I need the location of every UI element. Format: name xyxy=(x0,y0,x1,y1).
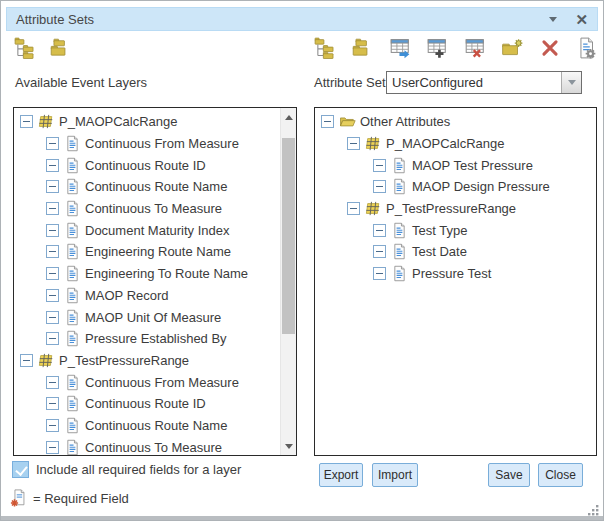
doc-icon xyxy=(391,265,408,282)
collapse-toggle-icon[interactable] xyxy=(46,289,59,302)
tree-item-document-maturity-index[interactable]: Document Maturity Index xyxy=(14,219,280,241)
close-icon[interactable]: ✕ xyxy=(575,12,588,27)
table-delete-icon[interactable] xyxy=(464,37,486,59)
doc-icon xyxy=(64,157,81,174)
tree-item-continuous-to-measure[interactable]: Continuous To Measure xyxy=(14,198,280,220)
import-button[interactable]: Import xyxy=(372,463,418,487)
tree-item-label: Test Date xyxy=(412,244,467,259)
tree-item-label: Continuous From Measure xyxy=(85,136,239,151)
collapse-toggle-icon[interactable] xyxy=(46,419,59,432)
collapse-toggle-icon[interactable] xyxy=(46,267,59,280)
collapse-toggle-icon[interactable] xyxy=(373,224,386,237)
doc-icon xyxy=(64,265,81,282)
scroll-up-icon[interactable] xyxy=(281,109,296,125)
attribute-set-dropdown[interactable]: UserConfigured xyxy=(386,71,582,94)
collapse-toggle-icon[interactable] xyxy=(20,115,33,128)
red-x-icon[interactable] xyxy=(539,37,561,59)
doc-icon xyxy=(64,135,81,152)
collapse-toggle-icon[interactable] xyxy=(46,332,59,345)
collapse-toggle-icon[interactable] xyxy=(20,354,33,367)
chevron-down-icon[interactable] xyxy=(547,13,559,25)
collapse-toggle-icon[interactable] xyxy=(373,180,386,193)
collapse-toggle-icon[interactable] xyxy=(347,202,360,215)
table-export-icon[interactable] xyxy=(389,37,411,59)
collapse-toggle-icon[interactable] xyxy=(46,441,59,454)
tree-item-maop-test-pressure[interactable]: MAOP Test Pressure xyxy=(315,154,596,176)
tree-item-maop-record[interactable]: MAOP Record xyxy=(14,285,280,307)
tree-item-test-date[interactable]: Test Date xyxy=(315,241,596,263)
tree-item-test-type[interactable]: Test Type xyxy=(315,219,596,241)
doc-icon xyxy=(64,395,81,412)
tree-item-maop-design-pressure[interactable]: MAOP Design Pressure xyxy=(315,176,596,198)
tree-item-p-testpressurerange[interactable]: P_TestPressureRange xyxy=(315,198,596,220)
tree-item-continuous-from-measure[interactable]: Continuous From Measure xyxy=(14,371,280,393)
tree-item-pressure-test[interactable]: Pressure Test xyxy=(315,263,596,285)
tree-item-engineering-route-name[interactable]: Engineering Route Name xyxy=(14,241,280,263)
tree-item-continuous-route-name[interactable]: Continuous Route Name xyxy=(14,176,280,198)
close-button[interactable]: Close xyxy=(538,463,583,487)
collapse-toggle-icon[interactable] xyxy=(46,311,59,324)
available-layers-tree-panel: P_MAOPCalcRangeContinuous From MeasureCo… xyxy=(13,107,297,456)
tree-item-label: Continuous To Measure xyxy=(85,201,222,216)
tree-item-maop-unit-of-measure[interactable]: MAOP Unit Of Measure xyxy=(14,306,280,328)
doc-icon xyxy=(64,309,81,326)
doc-icon xyxy=(391,157,408,174)
toolbar-right xyxy=(314,37,598,59)
collapse-toggle-icon[interactable] xyxy=(46,137,59,150)
folders-icon[interactable] xyxy=(49,37,71,59)
save-button[interactable]: Save xyxy=(488,463,530,487)
legend-label: = Required Field xyxy=(33,491,129,506)
collapse-toggle-icon[interactable] xyxy=(46,224,59,237)
tree-item-continuous-route-name[interactable]: Continuous Route Name xyxy=(14,415,280,437)
tree-item-p-testpressurerange[interactable]: P_TestPressureRange xyxy=(14,350,280,372)
tree-folders-icon[interactable] xyxy=(314,37,336,59)
tree-item-label: Pressure Established By xyxy=(85,331,227,346)
collapse-toggle-icon[interactable] xyxy=(373,267,386,280)
tree-item-continuous-from-measure[interactable]: Continuous From Measure xyxy=(14,133,280,155)
required-field-legend: = Required Field xyxy=(10,488,129,508)
window-bottom-edge xyxy=(1,516,603,520)
tree-item-pressure-established-by[interactable]: Pressure Established By xyxy=(14,328,280,350)
collapse-toggle-icon[interactable] xyxy=(46,159,59,172)
available-event-layers-label: Available Event Layers xyxy=(15,75,147,90)
tree-folders-icon[interactable] xyxy=(14,37,36,59)
tree-item-label: MAOP Unit Of Measure xyxy=(85,310,221,325)
scrollbar-thumb[interactable] xyxy=(282,138,295,334)
tree-item-continuous-route-id[interactable]: Continuous Route ID xyxy=(14,393,280,415)
collapse-toggle-icon[interactable] xyxy=(46,376,59,389)
collapse-toggle-icon[interactable] xyxy=(46,180,59,193)
checkbox-label: Include all required fields for a layer xyxy=(36,462,241,477)
vertical-scrollbar[interactable] xyxy=(280,108,296,455)
doc-gear-icon[interactable] xyxy=(576,37,598,59)
attribute-set-value: UserConfigured xyxy=(387,72,561,93)
tree-item-p-maopcalcrange[interactable]: P_MAOPCalcRange xyxy=(315,133,596,155)
include-required-fields-checkbox[interactable] xyxy=(12,461,29,478)
layer-icon xyxy=(38,113,55,130)
tree-item-label: MAOP Record xyxy=(85,288,169,303)
export-button[interactable]: Export xyxy=(319,463,363,487)
resize-grip-icon[interactable] xyxy=(587,502,599,514)
tree-item-label: P_TestPressureRange xyxy=(59,353,189,368)
collapse-toggle-icon[interactable] xyxy=(373,159,386,172)
collapse-toggle-icon[interactable] xyxy=(46,397,59,410)
tree-item-label: Continuous Route Name xyxy=(85,418,227,433)
scroll-down-icon[interactable] xyxy=(281,438,296,454)
attribute-set-tree: Other AttributesP_MAOPCalcRangeMAOP Test… xyxy=(315,108,596,455)
tree-item-continuous-route-id[interactable]: Continuous Route ID xyxy=(14,154,280,176)
folders-icon[interactable] xyxy=(351,37,373,59)
tree-item-p-maopcalcrange[interactable]: P_MAOPCalcRange xyxy=(14,111,280,133)
tree-item-continuous-to-measure[interactable]: Continuous To Measure xyxy=(14,436,280,455)
table-add-icon[interactable] xyxy=(426,37,448,59)
chevron-down-icon[interactable] xyxy=(561,72,581,93)
doc-icon xyxy=(64,178,81,195)
tree-item-other-attributes[interactable]: Other Attributes xyxy=(315,111,596,133)
tree-item-engineering-to-route-name[interactable]: Engineering To Route Name xyxy=(14,263,280,285)
collapse-toggle-icon[interactable] xyxy=(46,245,59,258)
doc-icon xyxy=(64,287,81,304)
collapse-toggle-icon[interactable] xyxy=(321,115,334,128)
folder-new-icon[interactable] xyxy=(501,37,523,59)
collapse-toggle-icon[interactable] xyxy=(46,202,59,215)
collapse-toggle-icon[interactable] xyxy=(347,137,360,150)
doc-icon xyxy=(64,243,81,260)
collapse-toggle-icon[interactable] xyxy=(373,245,386,258)
